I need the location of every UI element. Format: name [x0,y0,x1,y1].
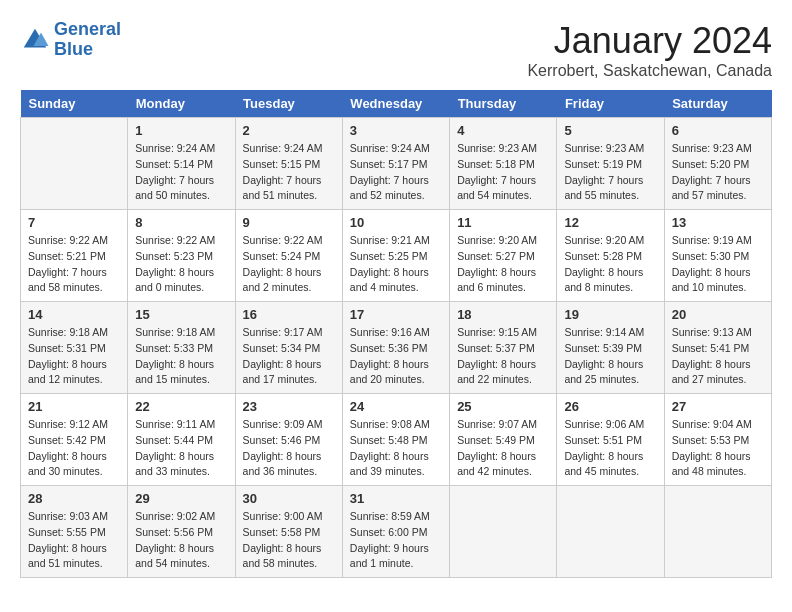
day-number: 4 [457,123,549,138]
day-number: 26 [564,399,656,414]
cell-info: Sunrise: 9:13 AM Sunset: 5:41 PM Dayligh… [672,325,764,388]
calendar-cell: 7Sunrise: 9:22 AM Sunset: 5:21 PM Daylig… [21,210,128,302]
calendar-cell: 31Sunrise: 8:59 AM Sunset: 6:00 PM Dayli… [342,486,449,578]
calendar-cell: 11Sunrise: 9:20 AM Sunset: 5:27 PM Dayli… [450,210,557,302]
calendar-cell: 6Sunrise: 9:23 AM Sunset: 5:20 PM Daylig… [664,118,771,210]
day-number: 7 [28,215,120,230]
day-header-saturday: Saturday [664,90,771,118]
cell-info: Sunrise: 9:00 AM Sunset: 5:58 PM Dayligh… [243,509,335,572]
day-header-wednesday: Wednesday [342,90,449,118]
cell-info: Sunrise: 9:14 AM Sunset: 5:39 PM Dayligh… [564,325,656,388]
cell-info: Sunrise: 9:08 AM Sunset: 5:48 PM Dayligh… [350,417,442,480]
cell-info: Sunrise: 9:24 AM Sunset: 5:17 PM Dayligh… [350,141,442,204]
day-number: 23 [243,399,335,414]
cell-info: Sunrise: 9:18 AM Sunset: 5:33 PM Dayligh… [135,325,227,388]
day-number: 15 [135,307,227,322]
calendar-cell: 3Sunrise: 9:24 AM Sunset: 5:17 PM Daylig… [342,118,449,210]
cell-info: Sunrise: 9:24 AM Sunset: 5:15 PM Dayligh… [243,141,335,204]
cell-info: Sunrise: 9:22 AM Sunset: 5:24 PM Dayligh… [243,233,335,296]
calendar-week-row: 1Sunrise: 9:24 AM Sunset: 5:14 PM Daylig… [21,118,772,210]
calendar-cell: 4Sunrise: 9:23 AM Sunset: 5:18 PM Daylig… [450,118,557,210]
calendar-cell: 8Sunrise: 9:22 AM Sunset: 5:23 PM Daylig… [128,210,235,302]
cell-info: Sunrise: 9:15 AM Sunset: 5:37 PM Dayligh… [457,325,549,388]
day-number: 12 [564,215,656,230]
cell-info: Sunrise: 9:16 AM Sunset: 5:36 PM Dayligh… [350,325,442,388]
calendar-cell [450,486,557,578]
day-number: 17 [350,307,442,322]
logo-text: General Blue [54,20,121,60]
day-number: 11 [457,215,549,230]
calendar-week-row: 28Sunrise: 9:03 AM Sunset: 5:55 PM Dayli… [21,486,772,578]
logo: General Blue [20,20,121,60]
calendar-week-row: 21Sunrise: 9:12 AM Sunset: 5:42 PM Dayli… [21,394,772,486]
logo-icon [20,25,50,55]
calendar-cell [664,486,771,578]
day-header-thursday: Thursday [450,90,557,118]
day-number: 3 [350,123,442,138]
day-number: 19 [564,307,656,322]
calendar-week-row: 7Sunrise: 9:22 AM Sunset: 5:21 PM Daylig… [21,210,772,302]
calendar-cell: 30Sunrise: 9:00 AM Sunset: 5:58 PM Dayli… [235,486,342,578]
day-number: 22 [135,399,227,414]
title-block: January 2024 Kerrobert, Saskatchewan, Ca… [527,20,772,80]
day-header-monday: Monday [128,90,235,118]
cell-info: Sunrise: 9:22 AM Sunset: 5:23 PM Dayligh… [135,233,227,296]
calendar-cell: 2Sunrise: 9:24 AM Sunset: 5:15 PM Daylig… [235,118,342,210]
cell-info: Sunrise: 9:11 AM Sunset: 5:44 PM Dayligh… [135,417,227,480]
calendar-cell: 10Sunrise: 9:21 AM Sunset: 5:25 PM Dayli… [342,210,449,302]
day-number: 25 [457,399,549,414]
cell-info: Sunrise: 9:18 AM Sunset: 5:31 PM Dayligh… [28,325,120,388]
calendar-cell: 29Sunrise: 9:02 AM Sunset: 5:56 PM Dayli… [128,486,235,578]
day-number: 29 [135,491,227,506]
day-header-friday: Friday [557,90,664,118]
page-header: General Blue January 2024 Kerrobert, Sas… [20,20,772,80]
calendar-cell: 21Sunrise: 9:12 AM Sunset: 5:42 PM Dayli… [21,394,128,486]
cell-info: Sunrise: 9:23 AM Sunset: 5:20 PM Dayligh… [672,141,764,204]
cell-info: Sunrise: 9:20 AM Sunset: 5:28 PM Dayligh… [564,233,656,296]
day-header-sunday: Sunday [21,90,128,118]
location: Kerrobert, Saskatchewan, Canada [527,62,772,80]
cell-info: Sunrise: 9:06 AM Sunset: 5:51 PM Dayligh… [564,417,656,480]
day-number: 14 [28,307,120,322]
cell-info: Sunrise: 9:07 AM Sunset: 5:49 PM Dayligh… [457,417,549,480]
calendar-cell: 17Sunrise: 9:16 AM Sunset: 5:36 PM Dayli… [342,302,449,394]
day-number: 24 [350,399,442,414]
calendar-cell: 25Sunrise: 9:07 AM Sunset: 5:49 PM Dayli… [450,394,557,486]
calendar-table: SundayMondayTuesdayWednesdayThursdayFrid… [20,90,772,578]
day-number: 6 [672,123,764,138]
day-number: 10 [350,215,442,230]
calendar-cell: 24Sunrise: 9:08 AM Sunset: 5:48 PM Dayli… [342,394,449,486]
day-number: 8 [135,215,227,230]
cell-info: Sunrise: 9:17 AM Sunset: 5:34 PM Dayligh… [243,325,335,388]
calendar-cell: 13Sunrise: 9:19 AM Sunset: 5:30 PM Dayli… [664,210,771,302]
calendar-cell [21,118,128,210]
cell-info: Sunrise: 9:19 AM Sunset: 5:30 PM Dayligh… [672,233,764,296]
calendar-cell: 14Sunrise: 9:18 AM Sunset: 5:31 PM Dayli… [21,302,128,394]
day-number: 28 [28,491,120,506]
calendar-cell: 26Sunrise: 9:06 AM Sunset: 5:51 PM Dayli… [557,394,664,486]
calendar-cell: 22Sunrise: 9:11 AM Sunset: 5:44 PM Dayli… [128,394,235,486]
cell-info: Sunrise: 9:23 AM Sunset: 5:19 PM Dayligh… [564,141,656,204]
cell-info: Sunrise: 9:02 AM Sunset: 5:56 PM Dayligh… [135,509,227,572]
cell-info: Sunrise: 9:09 AM Sunset: 5:46 PM Dayligh… [243,417,335,480]
calendar-cell: 1Sunrise: 9:24 AM Sunset: 5:14 PM Daylig… [128,118,235,210]
calendar-cell: 12Sunrise: 9:20 AM Sunset: 5:28 PM Dayli… [557,210,664,302]
day-number: 20 [672,307,764,322]
month-title: January 2024 [527,20,772,62]
cell-info: Sunrise: 9:22 AM Sunset: 5:21 PM Dayligh… [28,233,120,296]
cell-info: Sunrise: 9:03 AM Sunset: 5:55 PM Dayligh… [28,509,120,572]
day-number: 27 [672,399,764,414]
day-number: 1 [135,123,227,138]
calendar-cell: 20Sunrise: 9:13 AM Sunset: 5:41 PM Dayli… [664,302,771,394]
calendar-cell: 27Sunrise: 9:04 AM Sunset: 5:53 PM Dayli… [664,394,771,486]
calendar-cell: 5Sunrise: 9:23 AM Sunset: 5:19 PM Daylig… [557,118,664,210]
cell-info: Sunrise: 9:20 AM Sunset: 5:27 PM Dayligh… [457,233,549,296]
day-number: 18 [457,307,549,322]
cell-info: Sunrise: 9:12 AM Sunset: 5:42 PM Dayligh… [28,417,120,480]
cell-info: Sunrise: 9:04 AM Sunset: 5:53 PM Dayligh… [672,417,764,480]
day-number: 5 [564,123,656,138]
calendar-cell: 16Sunrise: 9:17 AM Sunset: 5:34 PM Dayli… [235,302,342,394]
cell-info: Sunrise: 9:24 AM Sunset: 5:14 PM Dayligh… [135,141,227,204]
calendar-header-row: SundayMondayTuesdayWednesdayThursdayFrid… [21,90,772,118]
calendar-cell: 28Sunrise: 9:03 AM Sunset: 5:55 PM Dayli… [21,486,128,578]
